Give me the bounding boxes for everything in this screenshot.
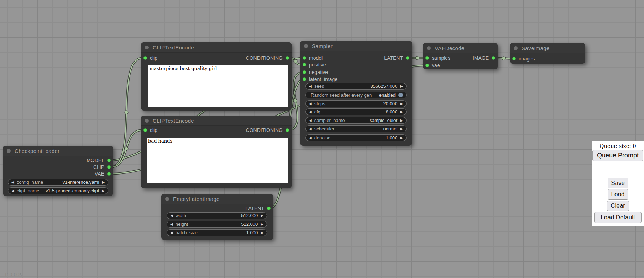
collapse-dot-icon[interactable]	[165, 197, 169, 201]
input-label: vae	[432, 63, 440, 68]
node-titlebar[interactable]: VAEDecode	[423, 43, 498, 53]
prev-arrow-icon[interactable]: ◀	[309, 127, 312, 131]
widget-label: height	[176, 221, 188, 227]
node-titlebar[interactable]: SaveImage	[510, 43, 585, 53]
output-label: CONDITIONING	[246, 127, 283, 133]
config-name-widget[interactable]: ◀ config_name v1-inference.yaml ▶	[8, 179, 108, 186]
next-arrow-icon[interactable]: ▶	[400, 110, 403, 114]
next-arrow-icon[interactable]: ▶	[261, 223, 263, 226]
load-default-button[interactable]: Load Default	[594, 212, 642, 223]
input-port-latent-image[interactable]	[303, 77, 306, 81]
prev-arrow-icon[interactable]: ◀	[11, 181, 14, 184]
ckpt-name-widget[interactable]: ◀ ckpt_name v1-5-pruned-emaonly.ckpt ▶	[8, 187, 108, 194]
next-arrow-icon[interactable]: ▶	[400, 136, 403, 140]
widget-value: sample_euler	[370, 118, 397, 123]
collapse-dot-icon[interactable]	[145, 119, 149, 123]
node-cliptextencode-positive: CLIPTextEncode clip CONDITIONING masterp…	[141, 42, 292, 111]
output-port-image[interactable]	[492, 56, 495, 60]
input-label: model	[309, 55, 323, 61]
output-port-latent[interactable]	[267, 207, 271, 210]
next-arrow-icon[interactable]: ▶	[261, 231, 263, 235]
collapse-dot-icon[interactable]	[7, 149, 11, 153]
output-label: VAE	[95, 171, 104, 177]
collapse-dot-icon[interactable]	[514, 46, 518, 50]
next-arrow-icon[interactable]: ▶	[400, 127, 403, 131]
output-port-model[interactable]	[107, 159, 111, 162]
sampler-name-widget[interactable]: ◀ sampler_name sample_euler ▶	[305, 117, 407, 124]
node-graph-canvas[interactable]: T: 0.00s	[0, 0, 644, 278]
input-port-clip[interactable]	[143, 128, 147, 132]
random-seed-toggle-widget[interactable]: Random seed after every gen enabled	[305, 92, 407, 98]
input-port-samples[interactable]	[425, 56, 429, 60]
width-widget[interactable]: ◀ width 512.000 ▶	[167, 212, 267, 219]
widget-label: sampler_name	[314, 118, 345, 123]
prev-arrow-icon[interactable]: ◀	[170, 231, 173, 235]
clear-button[interactable]: Clear	[607, 201, 629, 211]
next-arrow-icon[interactable]: ▶	[102, 181, 105, 184]
prev-arrow-icon[interactable]: ◀	[309, 110, 312, 114]
widget-label: steps	[314, 101, 325, 106]
node-checkpointloader: CheckpointLoader MODEL CLIP VAE ◀ config…	[3, 146, 113, 196]
node-titlebar[interactable]: CLIPTextEncode	[141, 116, 292, 126]
collapse-dot-icon[interactable]	[427, 46, 431, 50]
link-midpoint-dot	[415, 56, 419, 60]
height-widget[interactable]: ◀ height 512.000 ▶	[167, 221, 267, 228]
next-arrow-icon[interactable]: ▶	[102, 189, 105, 193]
widget-label: seed	[314, 84, 324, 89]
prev-arrow-icon[interactable]: ◀	[11, 189, 14, 193]
positive-prompt-textarea[interactable]: masterpiece best quality girl	[148, 65, 288, 107]
widget-label: denoise	[314, 135, 331, 140]
collapse-dot-icon[interactable]	[145, 46, 149, 49]
steps-widget[interactable]: ◀ steps 20.000 ▶	[305, 100, 407, 107]
output-label: LATENT	[245, 205, 264, 211]
next-arrow-icon[interactable]: ▶	[261, 214, 263, 218]
link-midpoint-dot	[502, 57, 506, 60]
node-titlebar[interactable]: CLIPTextEncode	[141, 42, 292, 53]
widget-value: 8566257.000	[370, 84, 397, 89]
toggle-on-icon[interactable]	[398, 93, 403, 97]
output-port-conditioning[interactable]	[286, 56, 289, 60]
input-port-images[interactable]	[512, 57, 516, 60]
node-titlebar[interactable]: CheckpointLoader	[3, 146, 113, 156]
prev-arrow-icon[interactable]: ◀	[309, 136, 312, 140]
cfg-widget[interactable]: ◀ cfg 8.000 ▶	[305, 108, 407, 115]
output-port-clip[interactable]	[107, 165, 111, 169]
link-clip-negative	[110, 130, 142, 167]
negative-prompt-textarea[interactable]: bad hands	[147, 138, 288, 183]
execution-timer: T: 0.00s	[4, 272, 22, 277]
save-button[interactable]: Save	[608, 178, 628, 188]
output-port-conditioning[interactable]	[286, 128, 289, 132]
widget-value: 20.000	[383, 101, 398, 106]
scheduler-widget[interactable]: ◀ scheduler normal ▶	[305, 125, 407, 132]
prev-arrow-icon[interactable]: ◀	[309, 119, 312, 122]
prev-arrow-icon[interactable]: ◀	[309, 102, 312, 106]
node-titlebar[interactable]: EmptyLatentImage	[161, 194, 273, 204]
menu-spacer	[592, 161, 644, 177]
input-port-clip[interactable]	[143, 56, 147, 60]
widget-value: 512.000	[241, 221, 258, 227]
output-label: MODEL	[87, 157, 104, 163]
widget-label: config_name	[17, 180, 43, 185]
input-port-positive[interactable]	[303, 63, 306, 66]
link-midpoint-dot	[125, 111, 128, 114]
input-port-negative[interactable]	[303, 70, 306, 74]
output-label: CLIP	[93, 164, 104, 170]
node-vaedecode: VAEDecode samples IMAGE vae	[423, 43, 498, 69]
next-arrow-icon[interactable]: ▶	[400, 102, 403, 106]
output-port-vae[interactable]	[107, 172, 111, 176]
load-button[interactable]: Load	[608, 189, 628, 200]
node-titlebar[interactable]: Sampler	[300, 41, 412, 51]
next-arrow-icon[interactable]: ▶	[400, 85, 403, 88]
input-port-vae[interactable]	[425, 64, 429, 67]
next-arrow-icon[interactable]: ▶	[400, 119, 403, 122]
collapse-dot-icon[interactable]	[304, 44, 308, 48]
prev-arrow-icon[interactable]: ◀	[170, 223, 173, 226]
denoise-widget[interactable]: ◀ denoise 1.000 ▶	[305, 134, 407, 141]
prev-arrow-icon[interactable]: ◀	[309, 85, 312, 88]
queue-prompt-button[interactable]: Queue Prompt	[592, 150, 643, 161]
output-port-latent[interactable]	[406, 56, 409, 60]
batch-size-widget[interactable]: ◀ batch_size 1.000 ▶	[167, 229, 267, 236]
seed-widget[interactable]: ◀ seed 8566257.000 ▶	[305, 83, 407, 90]
prev-arrow-icon[interactable]: ◀	[170, 214, 173, 218]
input-port-model[interactable]	[303, 56, 306, 60]
